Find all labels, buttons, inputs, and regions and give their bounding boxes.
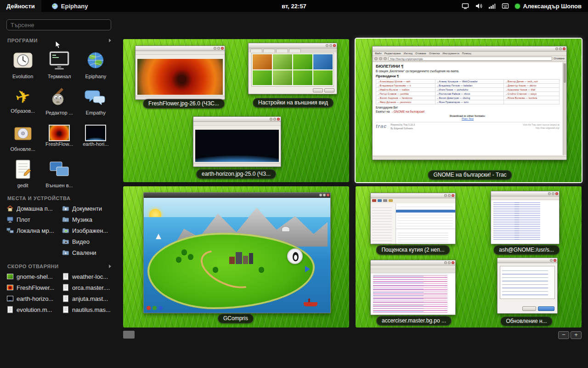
folder-documents-icon: [62, 205, 69, 212]
gimp-icon: [48, 102, 71, 109]
place-music[interactable]: ♪ Музика: [62, 216, 112, 223]
place-local-network[interactable]: Локална мр...: [6, 227, 57, 234]
workspace-3[interactable]: GCompris: [123, 186, 349, 328]
team-text: Екипът на →GNOME на български!: [376, 110, 560, 113]
page-heading: БЮЛЕТИНИ ¶: [376, 64, 560, 69]
app-freshflower-image[interactable]: FreshFlow...: [41, 121, 77, 152]
network-signal-icon[interactable]: [488, 2, 496, 10]
building: [249, 253, 253, 264]
app-appearance[interactable]: Външен в...: [41, 158, 77, 188]
building: [236, 252, 242, 264]
window-menubar: [193, 122, 281, 126]
app-earth-image[interactable]: earth-hori...: [78, 121, 114, 152]
place-videos[interactable]: Видео: [62, 238, 112, 245]
close-button-icon: [555, 192, 558, 195]
mail-window[interactable]: [370, 193, 456, 244]
image-viewer-window-freshflower[interactable]: [135, 46, 225, 100]
volume-icon[interactable]: [475, 2, 482, 10]
settings-tab: [276, 49, 288, 52]
app-gedit[interactable]: gedit: [5, 158, 41, 188]
page-subheading: Преводачи ¶: [376, 74, 560, 78]
building: [229, 257, 235, 264]
tree: [188, 254, 193, 259]
control-ball-icon: [158, 306, 163, 310]
dialog-button: [324, 88, 334, 92]
recent-item[interactable]: weather-loc...: [62, 273, 112, 280]
text-editor-icon: [11, 174, 34, 182]
app-gimp[interactable]: Редактор ...: [41, 85, 77, 115]
zoom-in-button[interactable]: +: [571, 331, 582, 339]
workspace-add-indicator[interactable]: [123, 331, 135, 339]
minimize-button-icon: [326, 44, 328, 47]
recent-item[interactable]: gnome-shel...: [6, 273, 57, 280]
app-gcompris[interactable]: ✈ Образов...: [5, 85, 41, 115]
user-name: Александър Шопов: [523, 3, 582, 10]
sailboat: [156, 234, 161, 239]
gcompris-window[interactable]: [143, 192, 331, 313]
close-button-icon: [333, 44, 336, 47]
recent-section-title: СКОРО ОТВАРЯНИ: [7, 264, 59, 269]
recent-item[interactable]: earth-horizo...: [6, 295, 57, 302]
dialog-button: [522, 306, 536, 311]
zoom-out-button[interactable]: −: [558, 331, 569, 339]
wallpaper-thumbnail: [313, 70, 333, 86]
app-grid: Evolution Терминал Epiphany ✈ Образов...…: [0, 47, 119, 188]
maximize-button-icon: [559, 47, 562, 50]
recent-item[interactable]: orca.master....: [62, 284, 112, 291]
app-empathy[interactable]: Empathy: [78, 85, 114, 115]
activities-button[interactable]: Дейности: [0, 0, 41, 12]
place-desktop[interactable]: Плот: [6, 216, 57, 223]
desktop-icon: [6, 216, 14, 223]
focused-app-menu[interactable]: Epiphany: [51, 3, 88, 10]
reload-button-icon: [384, 57, 387, 60]
translators-table: →Александър Шопов — ash→Атанас Кошаров —…: [376, 79, 560, 104]
install-button: [538, 306, 554, 311]
clock[interactable]: вт, 22:57: [282, 3, 306, 10]
earth-photo-thumbnail-icon: [78, 125, 114, 141]
window-titlebar: [193, 117, 281, 122]
app-evolution[interactable]: Evolution: [5, 49, 41, 79]
user-menu[interactable]: Александър Шопов: [515, 3, 582, 10]
place-home[interactable]: Домашна п...: [6, 205, 57, 212]
update-dialog-body: [498, 263, 557, 313]
search-input[interactable]: [6, 19, 111, 30]
workspace-4[interactable]: Пощенска кутия (2 неп... ash@GNOME:/usr/…: [356, 186, 582, 328]
recent-expand-arrow-icon[interactable]: [109, 264, 111, 268]
workspace-2-active[interactable]: Файл Редактиране Изглед Отиване Отметки …: [356, 39, 582, 182]
software-update-icon: [11, 138, 34, 146]
visit-text: Visit the Trac open source project at ht…: [506, 123, 560, 130]
powered-by-text: Powered by Trac 0.10.3 By Edgewall Softw…: [390, 123, 415, 130]
place-documents[interactable]: Документи: [62, 205, 112, 212]
recent-item[interactable]: nautilus.mas...: [62, 306, 112, 313]
dialog-button: [313, 88, 323, 92]
input-method-icon[interactable]: [502, 2, 509, 10]
places-list: Домашна п... Плот Локална мр... Докум: [0, 205, 119, 256]
plain-text-link: Plain Text: [376, 117, 560, 120]
appearance-settings-window[interactable]: [248, 43, 337, 94]
browser-window-trac[interactable]: Файл Редактиране Изглед Отиване Отметки …: [372, 46, 567, 160]
workspace-1[interactable]: FreshFlower.jpg-26.0 (ЧЗС... Настройки н…: [123, 39, 349, 182]
app-terminal[interactable]: Терминал: [41, 49, 77, 79]
display-icon[interactable]: [462, 2, 469, 10]
app-software-update[interactable]: Обновле...: [5, 121, 41, 152]
gedit-window[interactable]: [370, 260, 456, 315]
home-icon: [6, 205, 14, 212]
recent-item[interactable]: evolution.m...: [6, 306, 57, 313]
trac-logo: trac: [376, 123, 387, 129]
software-update-window[interactable]: [497, 258, 558, 314]
recent-item[interactable]: FreshFlower...: [6, 284, 57, 291]
programs-expand-arrow-icon[interactable]: [109, 39, 111, 42]
place-pictures[interactable]: Изображен...: [62, 227, 112, 234]
image-viewer-window-earth[interactable]: [193, 116, 281, 167]
wallpaper-thumbnail: [253, 70, 272, 86]
text-document-icon: [62, 306, 69, 313]
recent-item[interactable]: anjuta.mast...: [62, 295, 112, 302]
gedit-toolbar: [371, 269, 455, 273]
app-epiphany[interactable]: Epiphany: [78, 49, 114, 79]
place-downloads[interactable]: Свалени: [62, 249, 112, 256]
terminal-window[interactable]: [491, 191, 560, 244]
tree: [259, 267, 264, 272]
settings-tabs: [249, 48, 337, 52]
menu-item: Редактиране: [384, 52, 401, 55]
folder-videos-icon: [62, 238, 69, 245]
